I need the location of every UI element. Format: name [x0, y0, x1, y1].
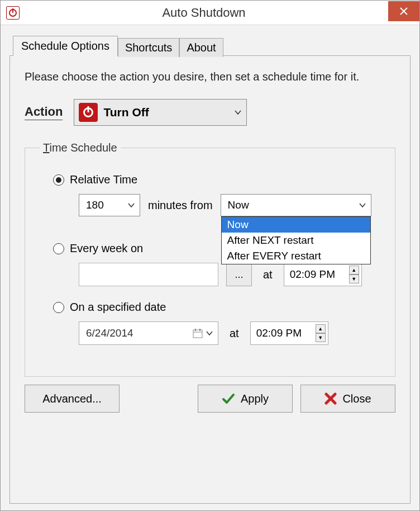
from-selected-value: Now — [228, 199, 359, 211]
action-label: Action — [25, 105, 63, 120]
tab-shortcuts[interactable]: Shortcuts — [118, 38, 179, 57]
spinner-buttons: ▲ ▼ — [316, 324, 326, 342]
time-schedule-legend: Time Schedule — [40, 141, 121, 154]
chevron-down-icon — [234, 108, 242, 116]
chevron-down-icon — [127, 201, 135, 209]
specific-time-value: 02:09 PM — [256, 327, 302, 339]
from-option-now[interactable]: Now — [222, 217, 370, 233]
weekly-at-label: at — [263, 268, 273, 281]
spinner-buttons: ▲ ▼ — [349, 266, 359, 283]
relative-time-subrow: 180 minutes from Now Now After NEXT rest… — [79, 194, 380, 216]
from-dropdown-list: Now After NEXT restart After EVERY resta… — [221, 216, 371, 264]
action-select[interactable]: Turn Off — [74, 99, 247, 126]
window-title: Auto Shutdown — [20, 6, 388, 20]
power-icon — [79, 103, 98, 122]
tab-panel: Please choose the action you desire, the… — [9, 55, 411, 504]
intro-text: Please choose the action you desire, the… — [25, 70, 395, 83]
specific-at-label: at — [230, 327, 239, 340]
from-select[interactable]: Now Now After NEXT restart After EVERY r… — [221, 194, 371, 216]
radio-every-week[interactable] — [53, 243, 64, 254]
body-area: Schedule Options Shortcuts About Please … — [1, 25, 419, 510]
window-close-button[interactable] — [388, 1, 419, 21]
apply-button-label: Apply — [241, 392, 269, 405]
app-window: Auto Shutdown Schedule Options Shortcuts… — [0, 0, 420, 511]
time-schedule-group: Time Schedule Relative Time 180 minutes … — [25, 141, 395, 377]
action-value: Turn Off — [103, 106, 228, 119]
apply-button[interactable]: Apply — [198, 385, 293, 413]
svg-rect-2 — [193, 330, 202, 338]
chevron-down-icon — [206, 329, 213, 337]
date-value: 6/24/2014 — [86, 327, 133, 339]
calendar-icon — [192, 328, 203, 339]
weekday-browse-button[interactable]: ... — [226, 263, 252, 286]
close-button-label: Close — [342, 392, 371, 405]
spinner-down[interactable]: ▼ — [349, 275, 359, 283]
tab-schedule-options[interactable]: Schedule Options — [13, 36, 118, 56]
specified-date-label: On a specified date — [70, 301, 166, 314]
specified-date-subrow: 6/24/2014 at 02:09 PM ▲ ▼ — [79, 321, 380, 345]
app-icon — [6, 6, 20, 20]
every-week-label: Every week on — [70, 242, 143, 255]
relative-time-label: Relative Time — [70, 173, 137, 186]
minutes-select[interactable]: 180 — [79, 194, 140, 216]
spinner-down[interactable]: ▼ — [316, 333, 326, 342]
tab-about[interactable]: About — [179, 38, 223, 57]
weekly-time-value: 02:09 PM — [290, 268, 335, 281]
advanced-button[interactable]: Advanced... — [25, 385, 120, 413]
radio-relative-time[interactable] — [53, 174, 64, 186]
from-option-after-next-restart[interactable]: After NEXT restart — [222, 233, 370, 248]
date-input[interactable]: 6/24/2014 — [79, 321, 218, 345]
x-icon — [324, 392, 337, 405]
from-option-after-every-restart[interactable]: After EVERY restart — [222, 248, 370, 264]
tabstrip: Schedule Options Shortcuts About — [13, 35, 411, 55]
titlebar: Auto Shutdown — [1, 1, 419, 25]
option-relative-time[interactable]: Relative Time — [53, 173, 380, 186]
option-specified-date[interactable]: On a specified date — [53, 301, 380, 314]
close-icon — [399, 7, 408, 16]
spinner-up[interactable]: ▲ — [349, 266, 359, 275]
weekly-time-input[interactable]: 02:09 PM ▲ ▼ — [284, 263, 362, 286]
check-icon — [222, 392, 235, 405]
minutes-value: 180 — [86, 199, 127, 211]
weekday-input[interactable] — [79, 263, 218, 286]
spinner-up[interactable]: ▲ — [316, 324, 326, 333]
radio-specified-date[interactable] — [53, 302, 64, 313]
every-week-subrow: ... at 02:09 PM ▲ ▼ — [79, 263, 380, 286]
svg-rect-5 — [199, 329, 201, 331]
minutes-from-label: minutes from — [148, 199, 213, 212]
action-row: Action Turn Off — [25, 99, 395, 126]
chevron-down-icon — [359, 201, 366, 209]
specific-time-input[interactable]: 02:09 PM ▲ ▼ — [250, 321, 328, 345]
button-bar: Advanced... Apply Close — [25, 377, 395, 413]
advanced-button-label: Advanced... — [42, 392, 102, 405]
close-button[interactable]: Close — [300, 385, 395, 413]
svg-rect-4 — [195, 329, 196, 331]
